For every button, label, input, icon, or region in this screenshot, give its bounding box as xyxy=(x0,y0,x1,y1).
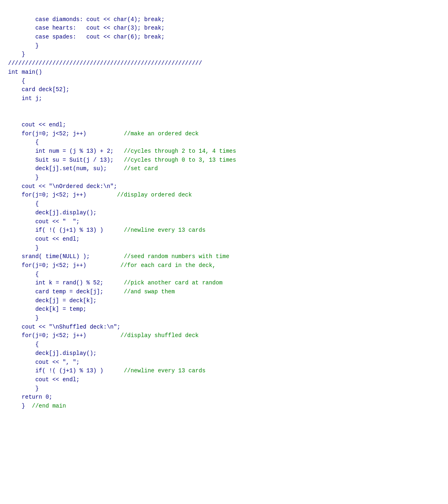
line-2: case hearts: cout << char(3); break; xyxy=(8,25,164,31)
line-14: { xyxy=(8,139,39,145)
line-15: int num = (j % 13) + 2; //cycles through… xyxy=(8,148,236,154)
line-32: deck[j] = deck[k]; xyxy=(8,297,96,304)
line-8: { xyxy=(8,78,25,84)
line-22: deck[j].display(); xyxy=(8,209,96,216)
line-13: for(j=0; j<52; j++) //make an ordered de… xyxy=(8,130,199,137)
line-4: } xyxy=(8,43,39,49)
line-10: int j; xyxy=(8,95,42,102)
line-31: card temp = deck[j]; //and swap them xyxy=(8,288,175,295)
line-24: if( !( (j+1) % 13) ) //newline every 13 … xyxy=(8,227,205,233)
line-41: cout << endl; xyxy=(8,376,79,383)
line-12: cout << endl; xyxy=(8,122,66,128)
line-18: } xyxy=(8,174,39,181)
line-44: } //end main xyxy=(8,403,66,409)
line-21: { xyxy=(8,201,39,207)
line-25: cout << endl; xyxy=(8,236,79,242)
line-36: for(j=0; j<52; j++) //display shuffled d… xyxy=(8,332,198,339)
line-42: } xyxy=(8,385,39,392)
line-23: cout << " "; xyxy=(8,218,79,225)
line-5: } xyxy=(8,51,25,58)
code-display: case diamonds: cout << char(4); break; c… xyxy=(8,6,440,411)
line-27: srand( time(NULL) ); //seed random numbe… xyxy=(8,253,229,260)
line-20: for(j=0; j<52; j++) //display ordered de… xyxy=(8,192,192,198)
line-17: deck[j].set(num, su); //set card xyxy=(8,165,158,172)
line-34: } xyxy=(8,315,39,321)
line-7: int main() xyxy=(8,69,42,75)
line-16: Suit su = Suit(j / 13); //cycles through… xyxy=(8,157,236,163)
line-33: deck[k] = temp; xyxy=(8,306,86,312)
line-38: deck[j].display(); xyxy=(8,350,96,357)
line-35: cout << "\nShuffled deck:\n"; xyxy=(8,324,120,330)
line-19: cout << "\nOrdered deck:\n"; xyxy=(8,183,117,190)
line-3: case spades: cout << char(6); break; xyxy=(8,34,164,40)
line-40: if( !( (j+1) % 13) ) //newline every 13 … xyxy=(8,367,205,374)
line-39: cout << ", "; xyxy=(8,359,79,365)
line-30: int k = rand() % 52; //pick another card… xyxy=(8,280,222,286)
line-26: } xyxy=(8,245,39,251)
line-43: return 0; xyxy=(8,394,52,400)
line-29: { xyxy=(8,271,39,278)
line-1: case diamonds: cout << char(4); break; xyxy=(8,16,164,23)
line-9: card deck[52]; xyxy=(8,86,69,93)
line-28: for(j=0; j<52; j++) //for each card in t… xyxy=(8,262,216,269)
line-6: ////////////////////////////////////////… xyxy=(8,60,202,66)
line-37: { xyxy=(8,341,39,348)
